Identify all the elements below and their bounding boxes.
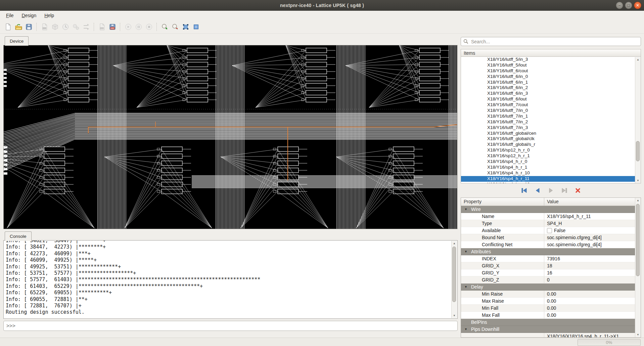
tree-item[interactable]: X18/Y16/lutff_6/in_0	[461, 74, 641, 80]
tree-item[interactable]: X18/Y16/lutff_5/in_3	[461, 57, 641, 62]
property-row[interactable]: X18/Y16/X18Y16.sp4_h_r_11->X1	[461, 333, 641, 338]
property-row[interactable]: GRID_Y16	[461, 269, 641, 276]
tree-item[interactable]: X18/Y16/sp12_h_r_1	[461, 153, 641, 159]
pack-button[interactable]	[50, 21, 60, 32]
tree-item[interactable]: X18/Y16/sp4_h_r_0	[461, 159, 641, 165]
route-button[interactable]	[71, 21, 81, 32]
properties-scrollbar[interactable]: ▲ ▼	[635, 198, 641, 337]
property-row[interactable]: Max Raise0.00	[461, 298, 641, 305]
maximize-button[interactable]: □	[625, 2, 632, 9]
property-name	[461, 333, 544, 338]
scroll-down-icon[interactable]: ▼	[635, 178, 641, 183]
property-group-header[interactable]: ▼Wire	[461, 206, 641, 213]
property-group-header[interactable]: BelPins	[461, 319, 641, 326]
save-pcf-button[interactable]	[97, 21, 107, 32]
property-row[interactable]: Conflicting Netsoc.spimemio.cfgreg_di[4]	[461, 241, 641, 248]
property-row[interactable]: Max Fall0.00	[461, 312, 641, 319]
tree-item[interactable]: X18/Y16/lutff_7/in_1	[461, 114, 641, 119]
property-row[interactable]: GRID_X18	[461, 262, 641, 269]
tree-item[interactable]: X18/Y16/lutff_global/cen	[461, 131, 641, 136]
tree-item[interactable]: X18/Y16/lutff_6/lout	[461, 96, 641, 102]
zoom-outbound-button[interactable]	[191, 21, 201, 32]
collapse-arrow-icon[interactable]: ▼	[464, 284, 467, 291]
tree-item[interactable]: X18/Y16/sp4_h_r_1	[461, 165, 641, 170]
assign-budget-button[interactable]	[81, 21, 91, 32]
tree-item[interactable]: X18/Y16/lutff_global/clk	[461, 136, 641, 142]
go-next-button[interactable]	[547, 186, 555, 195]
close-button[interactable]: ✕	[634, 2, 641, 9]
property-row[interactable]: GRID_Z0	[461, 276, 641, 284]
console-scrollbar[interactable]: ▲ ▼	[451, 241, 457, 318]
items-scrollbar[interactable]: ▲ ▼	[635, 57, 641, 183]
property-row[interactable]: Bound Netsoc.spimemio.cfgreg_di[4]	[461, 234, 641, 241]
items-panel-header: Items	[461, 49, 641, 57]
tree-item[interactable]: X18/Y16/sp4_h_r_11	[461, 176, 641, 182]
scroll-down-icon[interactable]: ▼	[452, 313, 457, 318]
device-canvas[interactable]	[4, 45, 457, 229]
property-row[interactable]: TypeSP4_H	[461, 220, 641, 227]
scroll-up-icon[interactable]: ▲	[635, 57, 641, 62]
tree-item[interactable]: X18/Y16/lutff_7/cout	[461, 102, 641, 108]
menu-design[interactable]: Design	[18, 11, 41, 19]
property-group-header[interactable]: ▼Delay	[461, 284, 641, 291]
property-group-header[interactable]: ▼Pips Downhill	[461, 326, 641, 333]
tree-item[interactable]: X18/Y16/lutff_global/s_r	[461, 142, 641, 147]
checkbox-unchecked-icon[interactable]	[547, 228, 552, 233]
zoom-out-button[interactable]	[170, 21, 180, 32]
open-file-button[interactable]	[13, 21, 24, 32]
tree-item[interactable]: X18/Y16/lutff_6/in_3	[461, 91, 641, 96]
scroll-down-icon[interactable]: ▼	[635, 332, 641, 337]
scroll-up-icon[interactable]: ▲	[635, 198, 641, 203]
collapse-arrow-icon[interactable]: ▼	[464, 326, 467, 333]
stop-button[interactable]	[144, 21, 154, 32]
tab-console[interactable]: Console	[5, 231, 32, 241]
search-icon	[463, 39, 468, 44]
clear-selection-button[interactable]	[573, 186, 582, 195]
menu-file[interactable]: File	[2, 11, 18, 19]
collapse-arrow-icon[interactable]: ▼	[464, 206, 467, 213]
tree-item[interactable]: X18/Y16/lutff_7/in_3	[461, 125, 641, 131]
save-asc-button[interactable]: ASC	[107, 21, 118, 32]
tree-item[interactable]: X18/Y16/lutff_5/lout	[461, 62, 641, 68]
play-icon	[125, 23, 132, 31]
tree-item[interactable]: X18/Y16/lutff_6/in_1	[461, 80, 641, 85]
zoom-selection-button[interactable]	[180, 21, 191, 32]
property-value-text: 0	[547, 276, 550, 283]
new-file-button[interactable]	[3, 21, 13, 32]
property-row[interactable]: Min Raise0.00	[461, 291, 641, 298]
items-list: X18/Y16/lutff_5/in_3X18/Y16/lutff_5/lout…	[461, 57, 641, 183]
go-first-button[interactable]	[520, 186, 528, 195]
tree-item[interactable]: X18/Y16/lutff_6/in_2	[461, 85, 641, 91]
properties-scroll-thumb[interactable]	[636, 204, 640, 276]
minimize-button[interactable]: −	[616, 2, 623, 9]
tab-device[interactable]: Device	[5, 36, 29, 46]
console-output[interactable]: Info: [ 34621, 38447) |********+Info: [ …	[3, 240, 458, 319]
zoom-in-button[interactable]	[159, 21, 170, 32]
load-json-button[interactable]	[39, 21, 50, 32]
property-row[interactable]: AvailableFalse	[461, 227, 641, 234]
scroll-up-icon[interactable]: ▲	[452, 241, 457, 246]
tree-item[interactable]: X18/Y16/lutff_6/cout	[461, 68, 641, 74]
menu-help[interactable]: Help	[40, 11, 58, 19]
save-button[interactable]	[24, 21, 34, 32]
property-value-text: soc.spimemio.cfgreg_di[4]	[547, 234, 602, 241]
tree-item[interactable]: X18/Y16/sp4_h_r_10	[461, 170, 641, 176]
go-last-button[interactable]	[560, 186, 569, 195]
items-scroll-thumb[interactable]	[636, 141, 640, 161]
place-button[interactable]	[60, 21, 71, 32]
search-input[interactable]	[470, 39, 638, 45]
pause-button[interactable]	[133, 21, 144, 32]
tree-item-partial[interactable]: X18/Y16/sp4_h_r_12	[461, 182, 641, 183]
tree-item[interactable]: X18/Y16/lutff_7/in_0	[461, 108, 641, 114]
play-button[interactable]	[123, 21, 133, 32]
tree-item[interactable]: X18/Y16/sp12_h_r_0	[461, 147, 641, 153]
property-row[interactable]: Min Fall0.00	[461, 305, 641, 312]
property-group-header[interactable]: ▼Attributes	[461, 248, 641, 255]
console-prompt-input[interactable]	[3, 321, 458, 331]
property-row[interactable]: INDEX73916	[461, 255, 641, 262]
console-scroll-thumb[interactable]	[452, 247, 456, 302]
collapse-arrow-icon[interactable]: ▼	[464, 248, 467, 255]
go-previous-button[interactable]	[533, 186, 542, 195]
property-row[interactable]: NameX18/Y16/sp4_h_r_11	[461, 213, 641, 220]
tree-item[interactable]: X18/Y16/lutff_7/in_2	[461, 119, 641, 125]
